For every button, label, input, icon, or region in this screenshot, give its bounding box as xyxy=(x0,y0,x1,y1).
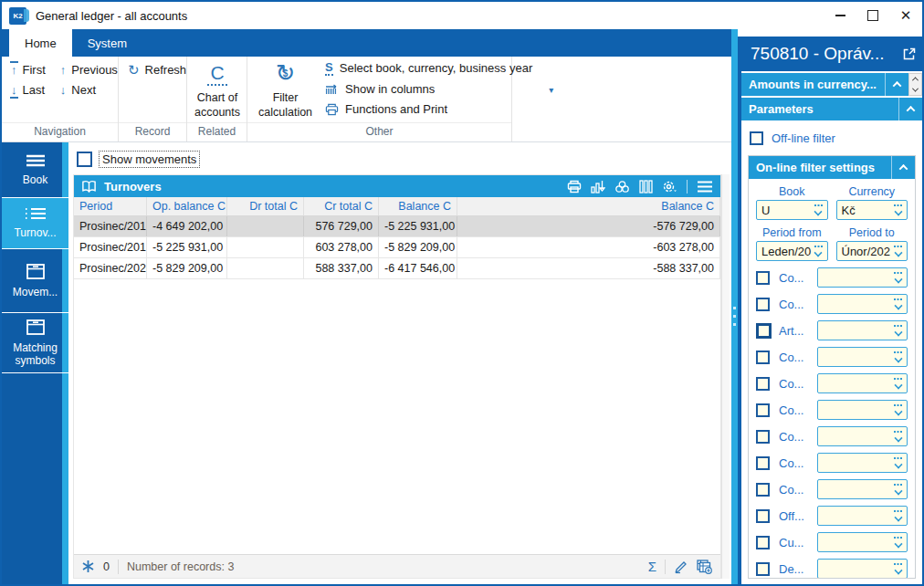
sidebar-item-movements[interactable]: Movem... xyxy=(2,249,68,313)
dropdown-icon[interactable] xyxy=(891,430,905,443)
filter-value-field[interactable] xyxy=(817,373,908,393)
filter-value-field[interactable] xyxy=(817,426,908,446)
filter-calculation-button[interactable]: ↻ $ Filter calculation xyxy=(258,60,312,120)
dropdown-icon[interactable] xyxy=(891,456,905,469)
open-in-window-icon[interactable] xyxy=(902,47,917,61)
column-header-dr-total[interactable]: Dr total C xyxy=(227,197,304,215)
collapse-chevron[interactable] xyxy=(898,98,922,120)
dropdown-icon[interactable] xyxy=(891,245,905,257)
minimize-button[interactable] xyxy=(824,2,856,29)
pivot-clover-icon[interactable] xyxy=(614,180,630,194)
refresh-button[interactable]: ↻ Refresh xyxy=(128,63,177,77)
maximize-button[interactable] xyxy=(856,2,889,29)
add-record-table-icon[interactable] xyxy=(697,560,713,574)
dropdown-icon[interactable] xyxy=(891,536,905,549)
dropdown-icon[interactable] xyxy=(891,562,905,575)
filter-checkbox-focused[interactable] xyxy=(756,323,772,339)
filter-checkbox[interactable] xyxy=(756,483,770,497)
close-button[interactable]: ✕ xyxy=(889,2,922,29)
columns-icon[interactable] xyxy=(639,180,653,194)
ribbon-group-other: ↻ $ Filter calculation S Select book, cu… xyxy=(247,57,512,141)
collapse-chevron[interactable] xyxy=(891,156,915,179)
filter-checkbox[interactable] xyxy=(756,271,770,285)
dropdown-icon[interactable] xyxy=(891,324,905,337)
sidebar-filler xyxy=(2,373,68,584)
filter-value-field[interactable] xyxy=(817,479,908,499)
table-row[interactable]: Prosinec/2018 -4 649 202,00 576 729,00 -… xyxy=(74,216,720,237)
first-button[interactable]: ↑ First xyxy=(11,63,46,77)
filter-checkbox[interactable] xyxy=(756,403,770,417)
filter-value-field[interactable] xyxy=(817,347,908,367)
select-book-button[interactable]: S Select book, currency, business year xyxy=(325,61,532,76)
collapse-chevron[interactable] xyxy=(885,73,908,96)
panel-splitter-handle[interactable] xyxy=(731,29,738,584)
column-header-balance-2[interactable]: Balance C xyxy=(457,197,720,215)
dropdown-icon[interactable] xyxy=(891,204,905,216)
period-from-field[interactable]: Leden/20 xyxy=(756,241,828,261)
sum-sigma-icon[interactable]: Σ xyxy=(648,560,656,573)
dropdown-icon[interactable] xyxy=(891,271,905,284)
sidebar-item-matching-symbols[interactable]: Matching symbols xyxy=(2,313,68,373)
chart-of-accounts-button[interactable]: C Chart of accounts xyxy=(187,60,247,120)
filter-checkbox[interactable] xyxy=(756,298,770,311)
status-separator xyxy=(665,560,666,574)
filter-value-field[interactable] xyxy=(817,506,908,526)
print-icon[interactable] xyxy=(567,180,582,194)
settings-gear-icon[interactable] xyxy=(662,180,677,194)
filter-checkbox[interactable] xyxy=(756,509,770,523)
functions-and-print-button[interactable]: Functions and Print xyxy=(325,102,532,116)
dropdown-icon[interactable] xyxy=(891,298,905,310)
filter-row: De... xyxy=(756,559,908,578)
dropdown-icon[interactable] xyxy=(891,509,905,522)
filter-value-field[interactable] xyxy=(817,453,908,473)
dropdown-icon[interactable] xyxy=(891,403,905,416)
dropdown-icon[interactable] xyxy=(891,377,905,390)
filter-value-field[interactable] xyxy=(817,294,908,314)
scroll-down-icon[interactable] xyxy=(909,85,921,96)
menu-hamburger-icon[interactable] xyxy=(697,181,713,193)
show-in-columns-dropdown[interactable]: ▾ xyxy=(545,60,557,120)
table-row[interactable]: Prosinec/2019 -5 225 931,00 603 278,00 -… xyxy=(74,237,720,258)
filter-checkbox[interactable] xyxy=(756,430,770,444)
section-amounts-in-currency[interactable]: Amounts in currency... xyxy=(741,73,908,96)
edit-pencil-icon[interactable] xyxy=(674,560,688,574)
dropdown-icon[interactable] xyxy=(812,204,825,216)
filter-value-field[interactable] xyxy=(817,267,908,288)
dropdown-icon[interactable] xyxy=(891,483,905,496)
period-to-field[interactable]: Únor/202 xyxy=(836,241,908,261)
previous-button[interactable]: ↑ Previous xyxy=(60,63,118,77)
show-movements-checkbox[interactable] xyxy=(77,152,92,167)
column-header-cr-total[interactable]: Cr total C xyxy=(304,197,379,215)
chart-icon[interactable] xyxy=(591,180,605,194)
filter-value-field[interactable] xyxy=(817,559,908,578)
filter-checkbox[interactable] xyxy=(756,456,770,470)
column-header-balance-1[interactable]: Balance C xyxy=(379,197,457,215)
dropdown-icon[interactable] xyxy=(891,351,905,363)
tab-home[interactable]: Home xyxy=(9,29,72,57)
filter-value-field[interactable] xyxy=(817,532,908,552)
offline-filter-checkbox[interactable] xyxy=(750,131,763,145)
online-filter-settings-header[interactable]: On-line filter settings xyxy=(749,156,915,179)
book-field[interactable]: U xyxy=(756,200,828,220)
filter-value-field[interactable] xyxy=(817,320,908,340)
panel-scroll-spinner[interactable] xyxy=(908,73,922,96)
filter-checkbox[interactable] xyxy=(756,377,770,391)
scroll-up-icon[interactable] xyxy=(909,74,921,85)
filter-value-field[interactable] xyxy=(817,400,908,420)
next-button[interactable]: ↓ Next xyxy=(60,83,118,97)
currency-field[interactable]: Kč xyxy=(836,200,908,220)
filter-checkbox[interactable] xyxy=(756,536,770,549)
filter-checkbox[interactable] xyxy=(756,351,770,364)
section-parameters[interactable]: Parameters xyxy=(741,98,922,120)
table-row[interactable]: Prosinec/2020 -5 829 209,00 588 337,00 -… xyxy=(74,258,720,279)
show-in-columns-button[interactable]: Show in columns xyxy=(325,82,532,96)
dropdown-icon[interactable] xyxy=(812,245,825,257)
sidebar-item-book[interactable]: Book xyxy=(2,142,68,198)
tab-system[interactable]: System xyxy=(72,29,142,57)
sidebar-item-turnovers[interactable]: Turnov... xyxy=(2,198,68,249)
filter-checkbox[interactable] xyxy=(756,562,770,576)
column-header-op-balance[interactable]: Op. balance C xyxy=(147,197,227,215)
last-button[interactable]: ↓ Last xyxy=(11,83,46,97)
vertical-scrollbar[interactable] xyxy=(721,174,730,579)
column-header-period[interactable]: Period xyxy=(74,197,147,215)
